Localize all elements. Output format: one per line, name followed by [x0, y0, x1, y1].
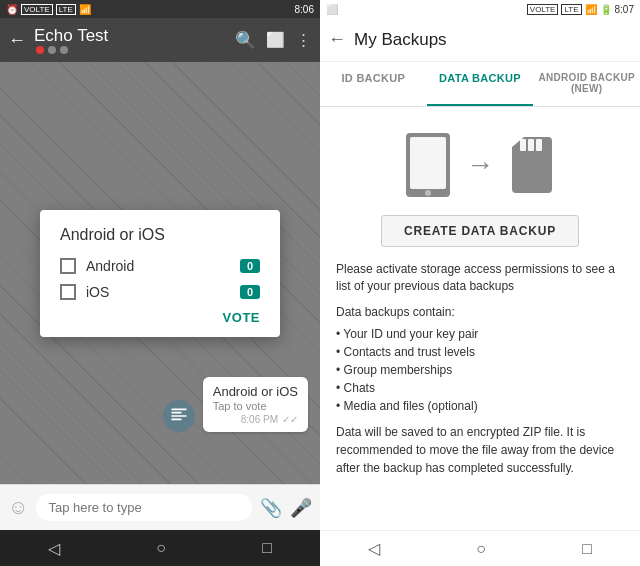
left-time: 8:06	[295, 4, 314, 15]
mic-icon[interactable]: 🎤	[290, 497, 312, 519]
info-footer: Data will be saved to an encrypted ZIP f…	[336, 423, 624, 477]
chat-avatar	[163, 400, 195, 432]
left-status-right: 8:06	[295, 4, 314, 15]
android-label: Android	[86, 258, 134, 274]
r-nav-back-icon[interactable]: ◁	[368, 539, 380, 558]
dot-gray-2	[60, 46, 68, 54]
dialog-option-ios[interactable]: iOS 0	[60, 284, 260, 300]
dot-gray-1	[48, 46, 56, 54]
backup-illustration: →	[402, 131, 558, 199]
r-nav-recents-icon[interactable]: □	[582, 540, 592, 558]
right-content: → CREATE DATA BACKUP Please activate sto…	[320, 107, 640, 530]
r-nav-home-icon[interactable]: ○	[476, 540, 486, 558]
right-volte-badge: VOLTE	[527, 4, 559, 15]
ios-count: 0	[240, 285, 260, 299]
chat-bubble-container: Android or iOS Tap to vote 8:06 PM ✓✓	[163, 377, 308, 432]
left-alarm-icon: ⏰	[6, 4, 18, 15]
bubble-title: Android or iOS	[213, 384, 298, 399]
list-item-2: Group memberships	[336, 361, 624, 379]
bubble-check-icon: ✓✓	[282, 414, 298, 425]
create-backup-button[interactable]: CREATE DATA BACKUP	[381, 215, 579, 247]
dialog-option-android[interactable]: Android 0	[60, 258, 260, 274]
nav-home-icon[interactable]: ○	[156, 539, 166, 557]
info-section: Please activate storage access permissio…	[336, 261, 624, 477]
left-lte-badge: LTE	[56, 4, 76, 15]
left-volte-badge: VOLTE	[21, 4, 53, 15]
dialog-title: Android or iOS	[60, 226, 260, 244]
left-app-bar-icons: 🔍 ⬜ ⋮	[235, 30, 312, 51]
android-count: 0	[240, 259, 260, 273]
sdcard-icon	[506, 135, 558, 195]
right-app-title: My Backups	[354, 30, 632, 50]
tab-android-backup[interactable]: ANDROID BACKUP (NEW)	[533, 62, 640, 106]
tabs-row: ID BACKUP DATA BACKUP ANDROID BACKUP (NE…	[320, 62, 640, 107]
arrow-right-icon: →	[466, 149, 494, 181]
list-item-0: Your ID und your key pair	[336, 325, 624, 343]
left-back-button[interactable]: ←	[8, 30, 26, 51]
left-app-title: Echo Test	[34, 26, 227, 46]
left-presence-dots	[34, 46, 227, 54]
info-list: Your ID und your key pair Contacts and t…	[336, 325, 624, 415]
right-nav-bar: ◁ ○ □	[320, 530, 640, 566]
nav-recents-icon[interactable]: □	[262, 539, 272, 557]
emoji-button[interactable]: ☺	[8, 496, 28, 519]
list-item-4: Media and files (optional)	[336, 397, 624, 415]
right-panel: ⬜ VOLTE LTE 📶 🔋 8:07 ← My Backups ID BAC…	[320, 0, 640, 566]
left-panel: ⏰ VOLTE LTE 📶 8:06 ← Echo Test 🔍 ⬜ ⋮	[0, 0, 320, 566]
vote-button[interactable]: VOTE	[223, 310, 260, 325]
left-signal-icon: 📶	[79, 4, 91, 15]
input-bar: ☺ 📎 🎤	[0, 484, 320, 530]
tab-id-backup[interactable]: ID BACKUP	[320, 62, 427, 106]
right-status-left: ⬜	[326, 4, 338, 15]
message-input[interactable]	[36, 494, 252, 521]
right-back-button[interactable]: ←	[328, 29, 346, 50]
svg-point-2	[425, 190, 431, 196]
list-item-1: Contacts and trust levels	[336, 343, 624, 361]
vote-row: VOTE	[60, 310, 260, 325]
svg-rect-5	[536, 139, 542, 151]
left-nav-bar: ◁ ○ □	[0, 530, 320, 566]
right-status-right: VOLTE LTE 📶 🔋 8:07	[527, 4, 634, 15]
right-icon-placeholder: ⬜	[326, 4, 338, 15]
search-icon[interactable]: 🔍	[235, 30, 256, 51]
phone-icon	[402, 131, 454, 199]
chat-area: Android or iOS Android 0 iOS 0	[0, 62, 320, 484]
more-icon[interactable]: ⋮	[295, 30, 312, 51]
copy-icon[interactable]: ⬜	[266, 31, 285, 49]
svg-rect-3	[520, 139, 526, 151]
list-item-3: Chats	[336, 379, 624, 397]
info-activate-text: Please activate storage access permissio…	[336, 261, 624, 295]
tab-data-backup[interactable]: DATA BACKUP	[427, 62, 534, 106]
checkbox-android[interactable]	[60, 258, 76, 274]
right-lte-badge: LTE	[561, 4, 581, 15]
left-app-bar: ← Echo Test 🔍 ⬜ ⋮	[0, 18, 320, 62]
ios-label: iOS	[86, 284, 109, 300]
right-battery-icon: 🔋	[600, 4, 612, 15]
bubble-time: 8:06 PM	[241, 414, 278, 425]
right-signal-icon: 📶	[585, 4, 597, 15]
right-status-bar: ⬜ VOLTE LTE 📶 🔋 8:07	[320, 0, 640, 18]
poll-dialog: Android or iOS Android 0 iOS 0	[40, 210, 280, 337]
svg-rect-1	[410, 137, 446, 189]
info-subtitle: Data backups contain:	[336, 303, 624, 321]
right-time: 8:07	[615, 4, 634, 15]
checkbox-ios[interactable]	[60, 284, 76, 300]
nav-back-icon[interactable]: ◁	[48, 539, 60, 558]
bubble-meta: 8:06 PM ✓✓	[213, 414, 298, 425]
left-status-bar: ⏰ VOLTE LTE 📶 8:06	[0, 0, 320, 18]
left-status-left: ⏰ VOLTE LTE 📶	[6, 4, 91, 15]
svg-rect-4	[528, 139, 534, 151]
attach-icon[interactable]: 📎	[260, 497, 282, 519]
dot-red	[36, 46, 44, 54]
bubble-subtitle: Tap to vote	[213, 400, 298, 412]
chat-bubble[interactable]: Android or iOS Tap to vote 8:06 PM ✓✓	[203, 377, 308, 432]
right-app-bar: ← My Backups	[320, 18, 640, 62]
